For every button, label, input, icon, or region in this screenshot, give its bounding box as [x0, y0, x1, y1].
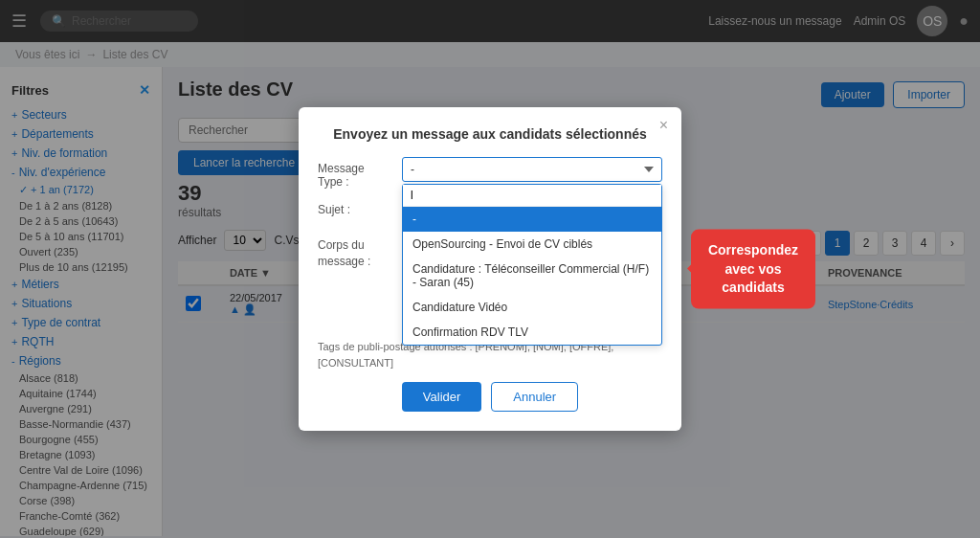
modal-message-type-label: Message Type : — [318, 157, 394, 189]
dropdown-option-opensourcing[interactable]: OpenSourcing - Envoi de CV ciblés — [403, 232, 661, 257]
modal-close-button[interactable]: × — [659, 117, 668, 134]
valider-button[interactable]: Valider — [402, 382, 482, 412]
modal-footer: Valider Annuler — [318, 382, 662, 412]
modal-sujet-label: Sujet : — [318, 198, 394, 216]
modal-message-type-row: Message Type : - - OpenSourcing - Envoi … — [318, 157, 662, 189]
message-type-select[interactable]: - — [402, 157, 662, 182]
modal-title: Envoyez un message aux candidats sélecti… — [318, 126, 662, 142]
send-message-modal: Envoyez un message aux candidats sélecti… — [299, 107, 681, 431]
callout-bubble: Correspondez avec vos candidats — [691, 230, 815, 309]
modal-overlay: Envoyez un message aux candidats sélecti… — [0, 0, 980, 538]
dropdown-option-video[interactable]: Candidature Vidéo — [403, 295, 661, 320]
dropdown-search-input[interactable] — [403, 185, 661, 207]
modal-corps-label: Corps du message : — [318, 233, 394, 270]
dropdown-option-candidature[interactable]: Candidature : Téléconseiller Commercial … — [403, 257, 661, 295]
annuler-button[interactable]: Annuler — [491, 382, 578, 412]
modal-message-type-field: - - OpenSourcing - Envoi de CV ciblés Ca… — [402, 157, 662, 182]
message-type-dropdown: - OpenSourcing - Envoi de CV ciblés Cand… — [402, 184, 662, 346]
select-wrapper: - - OpenSourcing - Envoi de CV ciblés Ca… — [402, 157, 662, 182]
dropdown-option-rdv[interactable]: Confirmation RDV TLV — [403, 320, 661, 345]
dropdown-option-dash[interactable]: - — [403, 207, 661, 232]
